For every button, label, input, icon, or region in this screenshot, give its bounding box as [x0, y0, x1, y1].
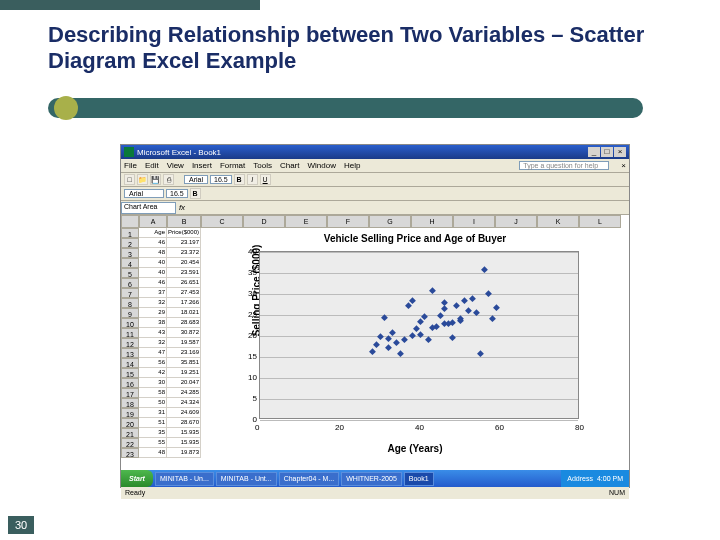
cell[interactable]: 20.047 — [167, 378, 201, 388]
cell[interactable]: 31 — [139, 408, 167, 418]
col-header[interactable]: D — [243, 215, 285, 228]
menu-file[interactable]: File — [124, 161, 137, 170]
taskbar-item-0[interactable]: MINITAB - Un... — [155, 472, 214, 486]
fx-icon[interactable]: fx — [176, 203, 188, 212]
row-header[interactable]: 20 — [121, 418, 139, 428]
taskbar-item-active[interactable]: Book1 — [404, 472, 434, 486]
cell[interactable]: 58 — [139, 388, 167, 398]
col-header-b[interactable]: B — [167, 215, 201, 228]
cell[interactable]: 24.609 — [167, 408, 201, 418]
chart-area[interactable]: CDEFGHIJKL Vehicle Selling Price and Age… — [201, 215, 629, 471]
row-header[interactable]: 16 — [121, 378, 139, 388]
row-header[interactable]: 9 — [121, 308, 139, 318]
cell[interactable]: 46 — [139, 238, 167, 248]
cell[interactable]: 30 — [139, 378, 167, 388]
bold-button[interactable]: B — [234, 174, 245, 185]
row-header[interactable]: 21 — [121, 428, 139, 438]
font-name-2[interactable]: Arial — [124, 189, 164, 198]
cell[interactable]: 35 — [139, 428, 167, 438]
cell[interactable]: 32 — [139, 338, 167, 348]
start-button[interactable]: Start — [121, 470, 153, 487]
col-header[interactable]: L — [579, 215, 621, 228]
system-tray[interactable]: Address 4:00 PM — [561, 470, 629, 487]
underline-button[interactable]: U — [260, 174, 271, 185]
taskbar-item-1[interactable]: MINITAB - Unt... — [216, 472, 277, 486]
row-header[interactable]: 1 — [121, 228, 139, 238]
cell[interactable]: 17.266 — [167, 298, 201, 308]
col-header[interactable]: K — [537, 215, 579, 228]
menu-close-doc[interactable]: × — [621, 161, 626, 170]
cell[interactable]: Age — [139, 228, 167, 238]
print-button[interactable]: ⎙ — [163, 174, 174, 185]
cell[interactable]: 56 — [139, 358, 167, 368]
cell[interactable]: 48 — [139, 448, 167, 458]
row-header[interactable]: 19 — [121, 408, 139, 418]
cell[interactable]: 40 — [139, 268, 167, 278]
cell[interactable]: 19.251 — [167, 368, 201, 378]
row-header[interactable]: 7 — [121, 288, 139, 298]
font-size-2[interactable]: 16.5 — [166, 189, 188, 198]
row-header[interactable]: 13 — [121, 348, 139, 358]
font-size[interactable]: 16.5 — [210, 175, 232, 184]
cell[interactable]: Price($000) — [167, 228, 201, 238]
row-header[interactable]: 3 — [121, 248, 139, 258]
menu-view[interactable]: View — [167, 161, 184, 170]
menu-format[interactable]: Format — [220, 161, 245, 170]
cell[interactable]: 35.851 — [167, 358, 201, 368]
menu-chart[interactable]: Chart — [280, 161, 300, 170]
row-header[interactable]: 18 — [121, 398, 139, 408]
close-button[interactable]: × — [614, 147, 626, 157]
row-header[interactable]: 6 — [121, 278, 139, 288]
cell[interactable]: 46 — [139, 278, 167, 288]
cell[interactable]: 38 — [139, 318, 167, 328]
italic-button[interactable]: I — [247, 174, 258, 185]
taskbar-item-3[interactable]: WHITNER-2005 — [341, 472, 402, 486]
row-header[interactable]: 22 — [121, 438, 139, 448]
cell[interactable]: 28.683 — [167, 318, 201, 328]
cell[interactable]: 24.324 — [167, 398, 201, 408]
row-header[interactable]: 12 — [121, 338, 139, 348]
cell[interactable]: 15.935 — [167, 438, 201, 448]
select-all[interactable] — [121, 215, 139, 228]
col-header[interactable]: F — [327, 215, 369, 228]
cell[interactable]: 23.372 — [167, 248, 201, 258]
menu-insert[interactable]: Insert — [192, 161, 212, 170]
row-header[interactable]: 10 — [121, 318, 139, 328]
col-header-a[interactable]: A — [139, 215, 167, 228]
col-header[interactable]: G — [369, 215, 411, 228]
maximize-button[interactable]: □ — [601, 147, 613, 157]
cell[interactable]: 26.651 — [167, 278, 201, 288]
col-header[interactable]: C — [201, 215, 243, 228]
cell[interactable]: 51 — [139, 418, 167, 428]
save-button[interactable]: 💾 — [150, 174, 161, 185]
new-button[interactable]: □ — [124, 174, 135, 185]
cell[interactable]: 37 — [139, 288, 167, 298]
row-header[interactable]: 5 — [121, 268, 139, 278]
row-header[interactable]: 23 — [121, 448, 139, 458]
cell[interactable]: 29 — [139, 308, 167, 318]
cell[interactable]: 24.285 — [167, 388, 201, 398]
row-header[interactable]: 11 — [121, 328, 139, 338]
cell[interactable]: 28.670 — [167, 418, 201, 428]
cell[interactable]: 42 — [139, 368, 167, 378]
cell[interactable]: 19.587 — [167, 338, 201, 348]
minimize-button[interactable]: _ — [588, 147, 600, 157]
row-header[interactable]: 8 — [121, 298, 139, 308]
row-header[interactable]: 17 — [121, 388, 139, 398]
col-header[interactable]: E — [285, 215, 327, 228]
bold-button-2[interactable]: B — [190, 188, 201, 199]
menu-edit[interactable]: Edit — [145, 161, 159, 170]
cell[interactable]: 27.453 — [167, 288, 201, 298]
cell[interactable]: 23.169 — [167, 348, 201, 358]
cell[interactable]: 48 — [139, 248, 167, 258]
cell[interactable]: 32 — [139, 298, 167, 308]
cell[interactable]: 55 — [139, 438, 167, 448]
cell[interactable]: 20.454 — [167, 258, 201, 268]
row-header[interactable]: 4 — [121, 258, 139, 268]
menu-window[interactable]: Window — [308, 161, 336, 170]
row-header[interactable]: 14 — [121, 358, 139, 368]
row-header[interactable]: 15 — [121, 368, 139, 378]
cell[interactable]: 18.021 — [167, 308, 201, 318]
cell[interactable]: 23.591 — [167, 268, 201, 278]
taskbar-item-2[interactable]: Chapter04 - M... — [279, 472, 340, 486]
